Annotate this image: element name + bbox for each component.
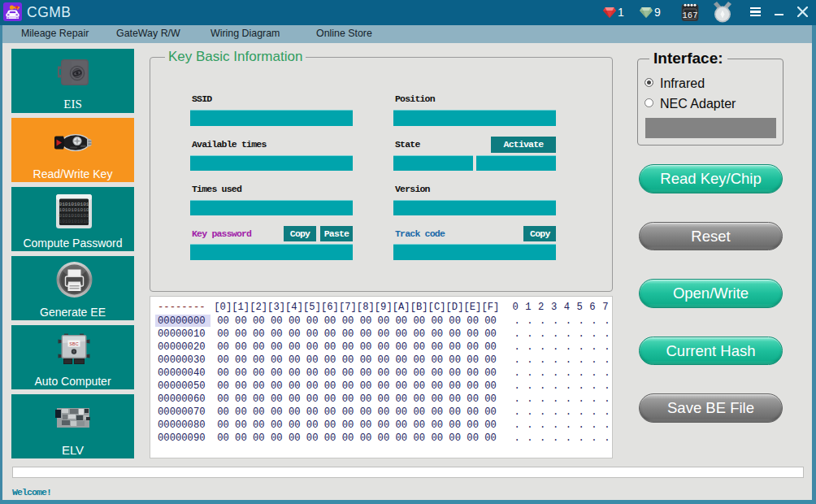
svg-text:0101010101: 0101010101 [59,202,89,207]
svg-text:1010101010: 1010101010 [59,219,89,224]
svg-text:1010101010: 1010101010 [59,207,89,213]
svg-text:SBC: SBC [69,341,78,346]
svg-text:167: 167 [682,11,697,20]
svg-text:0101010101: 0101010101 [59,213,89,219]
